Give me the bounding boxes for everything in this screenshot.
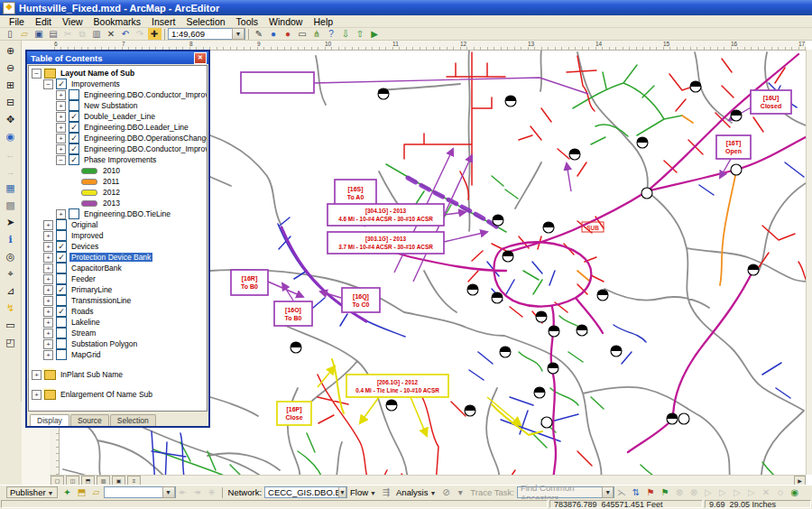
print-icon[interactable]: ▤ <box>47 28 60 40</box>
layer-checkbox[interactable] <box>56 273 67 284</box>
protection-device-symbol[interactable] <box>549 326 559 337</box>
layer-checkbox[interactable]: ✓ <box>56 252 67 263</box>
toc-title-bar[interactable]: Table of Contents ✕ <box>27 51 208 64</box>
zoom-width-icon[interactable]: ⬒ <box>81 476 95 485</box>
editor-pencil-icon[interactable]: ✎ <box>253 28 266 40</box>
map-callout-16U[interactable]: [16U]Closed <box>751 90 791 114</box>
map-callout-16P[interactable]: [16P]Close <box>277 402 311 425</box>
toc-frame-inplant-sub-name[interactable]: +InPlant Sub Name <box>29 369 207 380</box>
scale-dropdown-icon[interactable]: ▼ <box>232 28 245 40</box>
expand-icon[interactable]: + <box>43 274 53 284</box>
expand-icon[interactable]: + <box>32 390 42 400</box>
expand-icon[interactable]: + <box>43 231 53 241</box>
map-callout-16T[interactable]: [16T]Open <box>716 135 751 159</box>
toc-layer-transmissionline[interactable]: +TransmissionLine <box>29 295 207 306</box>
clear-results-icon[interactable]: ◌ <box>773 486 787 498</box>
layer-checkbox[interactable] <box>56 338 67 349</box>
whats-this-icon[interactable]: ? <box>325 28 338 40</box>
protection-device-symbol[interactable] <box>493 215 503 226</box>
protection-device-symbol[interactable] <box>536 311 547 322</box>
arccatalog-icon[interactable]: ● <box>281 28 295 40</box>
protection-device-symbol[interactable] <box>534 387 545 398</box>
publisher-menu-button[interactable]: Publisher▼ <box>6 486 58 498</box>
collapse-icon[interactable]: − <box>43 79 53 89</box>
expand-icon[interactable]: + <box>43 253 53 263</box>
schematics-icon[interactable]: ⋔ <box>310 28 324 40</box>
protection-device-symbol[interactable] <box>611 346 622 356</box>
toc-layer-devices[interactable]: +✓Devices <box>29 241 207 252</box>
publisher-combo[interactable]: ▼ <box>104 486 176 498</box>
toc-legend-2011[interactable]: 2011 <box>29 176 207 187</box>
undo-icon[interactable]: ↶ <box>119 28 133 40</box>
layer-checkbox[interactable] <box>69 208 79 219</box>
toc-layer-engineering-dbo-conductor-improvements[interactable]: +Engineering.DBO.Conductor_Improvements <box>29 89 207 100</box>
toggle-draft-mode-icon[interactable]: ▥ <box>97 476 110 485</box>
solve-trace-icon[interactable]: ⋋ <box>614 486 628 498</box>
open-device-symbol[interactable] <box>731 164 742 175</box>
toc-tab-display[interactable]: Display <box>30 414 69 426</box>
analysis-options-icon[interactable]: ▾ <box>454 486 467 498</box>
zoom-whole-page-icon[interactable]: ▢ <box>51 476 64 485</box>
protection-device-symbol[interactable] <box>577 325 587 336</box>
map-callout-16S[interactable]: [16S]To A0 <box>335 180 376 207</box>
expand-icon[interactable]: + <box>56 123 66 133</box>
protection-device-symbol[interactable] <box>543 222 554 233</box>
menu-file[interactable]: File <box>4 16 30 27</box>
post-version-icon[interactable]: ⇧ <box>354 28 367 40</box>
collapse-icon[interactable]: − <box>56 155 66 165</box>
menu-window[interactable]: Window <box>263 16 308 27</box>
fixed-zoom-in-icon[interactable]: ⊞ <box>2 78 19 93</box>
focus-dataframe-icon[interactable]: ▣ <box>112 476 125 485</box>
toc-legend-2013[interactable]: 2013 <box>29 198 207 208</box>
toc-frame-layout-name-of-sub[interactable]: −Layout Name of Sub <box>29 68 207 79</box>
toc-layer-lakeline[interactable]: +Lakeline <box>29 317 207 328</box>
toc-layer-improved[interactable]: +Improved <box>29 230 207 241</box>
menu-tools[interactable]: Tools <box>231 16 264 27</box>
toc-layer-capacitorbank[interactable]: +CapacitorBank <box>29 263 207 273</box>
save-icon[interactable]: ▣ <box>32 28 46 40</box>
toc-layer-original[interactable]: +Original <box>29 219 207 230</box>
toc-layer-primaryline[interactable]: +✓PrimaryLine <box>29 284 207 295</box>
expand-icon[interactable]: + <box>56 101 66 111</box>
layer-checkbox[interactable] <box>69 100 79 111</box>
expand-icon[interactable]: + <box>43 220 53 230</box>
layer-checkbox[interactable]: ✓ <box>56 79 67 89</box>
protection-device-symbol[interactable] <box>500 347 511 357</box>
layer-checkbox[interactable] <box>56 328 67 338</box>
toc-tab-source[interactable]: Source <box>70 414 109 426</box>
hyperlink-icon[interactable]: ↯ <box>2 301 19 316</box>
map-callout-16Q[interactable]: [16Q]To C0 <box>342 288 380 312</box>
toc-legend-2010[interactable]: 2010 <box>29 165 207 176</box>
network-combo[interactable]: CECC_GIS.DBO.ElectricNetw ▼ <box>264 486 347 498</box>
expand-icon[interactable]: + <box>43 242 53 252</box>
protection-device-symbol[interactable] <box>667 413 678 424</box>
layout-rectangle-icon[interactable]: ▭ <box>296 28 309 40</box>
expand-icon[interactable]: + <box>56 90 66 100</box>
toc-layer-roads[interactable]: +✓Roads <box>29 306 207 317</box>
protection-device-symbol[interactable] <box>548 363 558 374</box>
network-globe-icon[interactable]: ◉ <box>788 486 801 498</box>
protection-device-symbol[interactable] <box>386 400 397 411</box>
open-device-symbol[interactable] <box>541 417 552 428</box>
layer-checkbox[interactable]: ✓ <box>56 284 67 295</box>
expand-icon[interactable]: + <box>43 307 53 317</box>
toc-layer-feeder[interactable]: +Feeder <box>29 273 207 284</box>
open-map-icon[interactable]: ▱ <box>18 28 32 40</box>
expand-icon[interactable]: + <box>43 318 53 328</box>
identify-icon[interactable]: ℹ <box>2 232 19 247</box>
preview-publish-icon[interactable]: ✦ <box>60 486 74 498</box>
menu-bookmarks[interactable]: Bookmarks <box>88 16 147 27</box>
layer-checkbox[interactable] <box>56 317 67 328</box>
vertical-scrollbar[interactable] <box>806 50 812 475</box>
toc-layer-engineering-dbo-operationschange[interactable]: +✓Engineering.DBO.OperationsChange <box>29 133 207 143</box>
expand-icon[interactable]: + <box>56 144 66 154</box>
layer-checkbox[interactable]: ✓ <box>69 122 79 133</box>
protection-device-symbol[interactable] <box>492 292 503 303</box>
menu-help[interactable]: Help <box>308 16 338 27</box>
dropdown-icon[interactable]: ▼ <box>162 486 175 498</box>
analysis-menu-button[interactable]: Analysis▼ <box>396 487 436 497</box>
expand-icon[interactable]: + <box>56 134 66 143</box>
flow-display-icon[interactable]: ⇶ <box>380 486 393 498</box>
toc-layer-engineering-dbo-conductor-improvements[interactable]: +✓Engineering.DBO.Conductor_Improvements <box>29 143 207 154</box>
layer-checkbox[interactable]: ✓ <box>69 154 79 165</box>
